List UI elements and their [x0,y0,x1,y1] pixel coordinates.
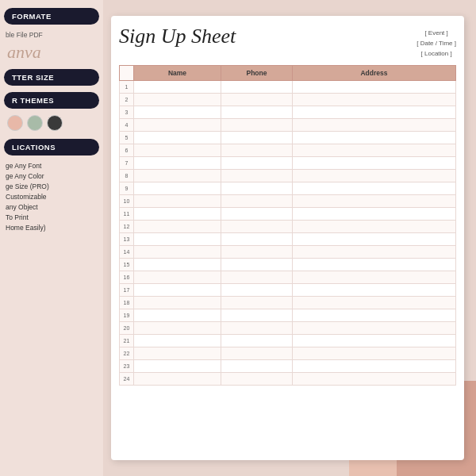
color-swatch-dark [47,115,63,131]
phone-cell [221,309,293,322]
phone-cell [221,259,293,271]
table-row: 4 [120,119,456,132]
name-cell [134,119,221,132]
phone-cell [221,246,293,259]
row-number: 4 [120,119,134,132]
badge-letter-size: TTER SIZE [4,69,99,86]
canva-logo: anva [7,42,99,63]
features-list: ge Any Font ge Any Color ge Size (PRO) C… [6,162,99,232]
phone-cell [221,81,293,94]
name-cell [134,81,221,94]
address-cell [293,309,456,322]
phone-cell [221,157,293,170]
name-cell [134,157,221,170]
address-cell [293,360,456,373]
row-number: 6 [120,144,134,157]
name-cell [134,195,221,208]
address-cell [293,271,456,284]
event-label: [ Event ] [416,29,456,39]
address-cell [293,259,456,271]
color-swatch-sage [27,115,43,131]
phone-cell [221,335,293,347]
table-row: 9 [120,182,456,195]
address-cell [293,106,456,119]
color-swatch-pink [7,115,23,131]
table-row: 20 [120,322,456,335]
row-number: 9 [120,182,134,195]
row-number: 1 [120,81,134,94]
doc-header: Sign Up Sheet [ Event ] [ Date / Time ] … [119,25,456,59]
address-cell [293,221,456,233]
table-row: 10 [120,195,456,208]
address-cell [293,157,456,170]
table-row: 3 [120,106,456,119]
phone-cell [221,360,293,373]
row-number: 17 [120,284,134,297]
feature-2: ge Any Color [6,172,99,180]
name-cell [134,297,221,309]
address-cell [293,246,456,259]
phone-cell [221,170,293,182]
address-cell [293,94,456,106]
table-row: 21 [120,335,456,347]
name-cell [134,309,221,322]
address-cell [293,233,456,246]
address-cell [293,335,456,347]
row-number: 18 [120,297,134,309]
name-cell [134,182,221,195]
address-cell [293,347,456,360]
row-number: 19 [120,309,134,322]
name-cell [134,360,221,373]
doc-title: Sign Up Sheet [119,25,236,48]
row-number: 2 [120,94,134,106]
table-row: 24 [120,373,456,386]
row-number: 21 [120,335,134,347]
name-cell [134,259,221,271]
phone-cell [221,132,293,144]
phone-cell [221,182,293,195]
table-row: 18 [120,297,456,309]
phone-cell [221,284,293,297]
row-number: 10 [120,195,134,208]
signup-table: Name Phone Address 123456789101112131415… [119,65,456,386]
left-panel: FORMATE ble File PDF anva TTER SIZE R TH… [0,0,103,476]
address-cell [293,132,456,144]
address-cell [293,144,456,157]
badge-applications: LICATIONS [4,139,99,155]
name-cell [134,170,221,182]
row-number: 15 [120,259,134,271]
name-cell [134,106,221,119]
table-row: 12 [120,221,456,233]
feature-1: ge Any Font [6,162,99,170]
table-row: 7 [120,157,456,170]
phone-cell [221,233,293,246]
phone-cell [221,119,293,132]
feature-5: any Object [6,203,99,211]
row-number: 24 [120,373,134,386]
phone-cell [221,271,293,284]
table-row: 14 [120,246,456,259]
name-cell [134,246,221,259]
name-cell [134,233,221,246]
table-row: 2 [120,94,456,106]
color-theme-swatches [7,115,99,131]
phone-cell [221,106,293,119]
badge-formate: FORMATE [4,8,99,25]
address-cell [293,284,456,297]
document-preview: Sign Up Sheet [ Event ] [ Date / Time ] … [111,16,464,460]
address-cell [293,81,456,94]
row-number: 14 [120,246,134,259]
row-number: 7 [120,157,134,170]
table-row: 5 [120,132,456,144]
location-label: [ Location ] [416,49,456,60]
table-row: 8 [120,170,456,182]
row-number: 23 [120,360,134,373]
phone-cell [221,94,293,106]
name-cell [134,208,221,221]
col-header-name: Name [134,66,221,81]
phone-cell [221,221,293,233]
table-row: 19 [120,309,456,322]
row-number: 11 [120,208,134,221]
phone-cell [221,297,293,309]
address-cell [293,208,456,221]
